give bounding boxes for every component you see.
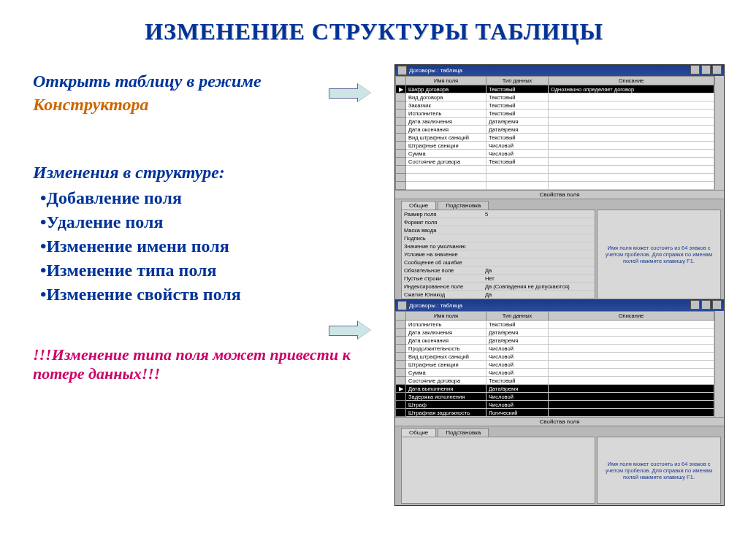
table-row[interactable]: ИсполнительТекстовый (396, 110, 714, 118)
cell-desc[interactable] (549, 93, 714, 101)
cell-type[interactable]: Числовой (486, 150, 549, 158)
cell-name[interactable]: Штрафная задолжность (406, 409, 486, 417)
cell-name[interactable]: Шифр договора (406, 85, 486, 93)
prop-row[interactable]: Сообщение об ошибке (402, 258, 595, 266)
table-row[interactable]: ▶Дата выполненияДата/время (396, 385, 714, 393)
cell-type[interactable]: Числовой (486, 353, 549, 361)
cell-type[interactable]: Текстовый (486, 85, 549, 93)
row-selector[interactable] (396, 126, 406, 134)
tab-lookup[interactable]: Подстановка (438, 428, 489, 437)
cell-type[interactable]: Дата/время (486, 329, 549, 337)
cell-desc[interactable] (549, 142, 714, 150)
table-row[interactable]: Штрафные санкцииЧисловой (396, 142, 714, 150)
prop-row[interactable]: Размер поля5 (402, 210, 595, 218)
row-selector[interactable] (396, 134, 406, 142)
prop-value[interactable] (483, 258, 595, 266)
row-selector[interactable] (396, 142, 406, 150)
col-header-type[interactable]: Тип данных (486, 312, 549, 321)
field-grid[interactable]: Имя поля Тип данных Описание Исполнитель… (395, 311, 714, 417)
table-row[interactable]: Вид договораТекстовый (396, 93, 714, 101)
table-row[interactable]: ИсполнительТекстовый (396, 321, 714, 329)
cell-desc[interactable] (549, 158, 714, 166)
table-row[interactable]: ЗаказчикТекстовый (396, 101, 714, 110)
cell-name[interactable]: Сумма (406, 369, 486, 377)
row-selector[interactable] (396, 401, 406, 409)
cell-desc[interactable] (549, 377, 714, 385)
table-row[interactable]: СуммаЧисловой (396, 150, 714, 158)
row-selector[interactable] (396, 393, 406, 401)
table-row[interactable]: Штрафные санкцииЧисловой (396, 361, 714, 369)
cell-name[interactable]: Сумма (406, 150, 486, 158)
row-selector[interactable] (396, 118, 406, 126)
table-row[interactable]: ПродолжительностьЧисловой (396, 345, 714, 353)
cell-type[interactable]: Числовой (486, 369, 549, 377)
close-button[interactable] (712, 65, 722, 74)
scrollbar[interactable] (714, 311, 724, 417)
row-selector[interactable] (396, 369, 406, 377)
tab-lookup[interactable]: Подстановка (438, 201, 489, 210)
prop-value[interactable] (483, 218, 595, 226)
cell-type[interactable]: Числовой (486, 142, 549, 150)
minimize-button[interactable] (690, 300, 700, 310)
table-row[interactable]: Дата окончанияДата/время (396, 337, 714, 345)
cell-name[interactable]: Заказчик (406, 101, 486, 110)
cell-name[interactable]: Дата выполнения (406, 385, 486, 393)
table-row[interactable] (396, 166, 714, 174)
cell-type[interactable]: Текстовый (486, 321, 549, 329)
cell-name[interactable]: Дата заключения (406, 118, 486, 126)
props-panel[interactable]: Размер поля5Формат поляМаска вводаПодпис… (401, 210, 595, 299)
cell-desc[interactable] (549, 369, 714, 377)
table-row[interactable]: Задержка исполненияЧисловой (396, 393, 714, 401)
table-row[interactable] (396, 182, 714, 190)
table-row[interactable]: Штрафная задолжностьЛогический (396, 409, 714, 417)
row-selector[interactable] (396, 110, 406, 118)
row-selector[interactable] (396, 329, 406, 337)
table-row[interactable]: Дата окончанияДата/время (396, 126, 714, 134)
table-row[interactable]: СуммаЧисловой (396, 369, 714, 377)
cell-name[interactable]: Штрафные санкции (406, 361, 486, 369)
table-row[interactable]: Дата заключенияДата/время (396, 329, 714, 337)
cell-desc[interactable] (549, 329, 714, 337)
prop-row[interactable]: Условие на значение (402, 250, 595, 258)
prop-row[interactable]: Сжатие ЮникодДа (402, 291, 595, 299)
cell-desc[interactable] (549, 101, 714, 110)
prop-row[interactable]: Значение по умолчанию (402, 242, 595, 250)
cell-type[interactable]: Дата/время (486, 385, 549, 393)
cell-desc[interactable] (549, 110, 714, 118)
cell-desc[interactable] (549, 150, 714, 158)
col-header-desc[interactable]: Описание (549, 312, 714, 321)
cell-desc[interactable] (549, 385, 714, 393)
minimize-button[interactable] (690, 65, 700, 74)
table-row[interactable]: Вид штрафных санкцийЧисловой (396, 353, 714, 361)
field-grid[interactable]: Имя поля Тип данных Описание ▶Шифр догов… (395, 76, 714, 190)
cell-name[interactable]: Состояние договора (406, 377, 486, 385)
maximize-button[interactable] (701, 300, 711, 310)
cell-desc[interactable] (549, 118, 714, 126)
prop-row[interactable]: Формат поля (402, 218, 595, 226)
cell-name[interactable]: Исполнитель (406, 110, 486, 118)
row-selector[interactable] (396, 101, 406, 110)
cell-name[interactable]: Продолжительность (406, 345, 486, 353)
prop-value[interactable] (483, 250, 595, 258)
cell-type[interactable]: Текстовый (486, 93, 549, 101)
col-header-name[interactable]: Имя поля (406, 77, 486, 85)
cell-name[interactable]: Вид штрафных санкций (406, 353, 486, 361)
prop-value[interactable] (483, 234, 595, 242)
cell-type[interactable]: Дата/время (486, 118, 549, 126)
tab-general[interactable]: Общие (401, 201, 436, 210)
row-selector[interactable] (396, 361, 406, 369)
row-selector[interactable]: ▶ (396, 85, 406, 93)
props-panel[interactable] (401, 437, 595, 504)
cell-desc[interactable] (549, 353, 714, 361)
row-selector[interactable] (396, 377, 406, 385)
cell-type[interactable]: Дата/время (486, 126, 549, 134)
cell-name[interactable]: Исполнитель (406, 321, 486, 329)
prop-row[interactable]: Подпись (402, 234, 595, 242)
prop-row[interactable]: Индексированное полеДа (Совпадения не до… (402, 283, 595, 291)
cell-desc[interactable] (549, 401, 714, 409)
tab-general[interactable]: Общие (401, 428, 436, 437)
cell-desc[interactable] (549, 337, 714, 345)
prop-row[interactable]: Обязательное полеДа (402, 266, 595, 275)
prop-value[interactable]: Да (483, 266, 595, 275)
prop-row[interactable]: Маска ввода (402, 226, 595, 234)
